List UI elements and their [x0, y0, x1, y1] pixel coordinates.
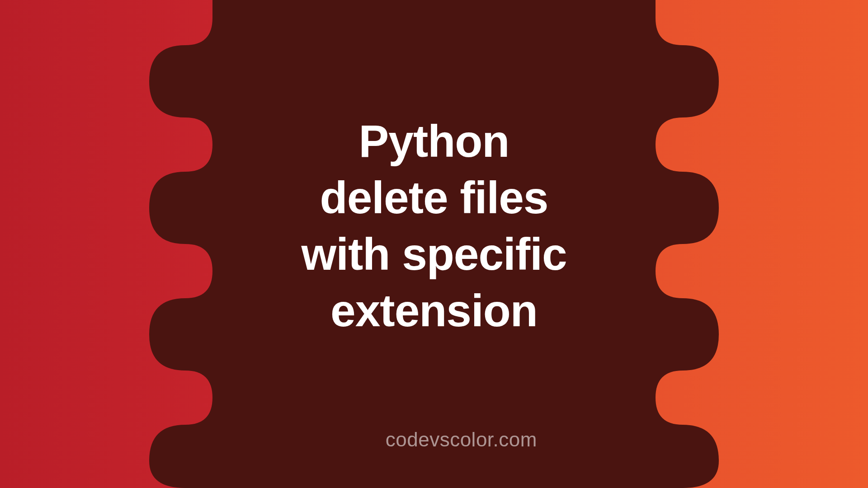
banner-container: Python delete files with specific extens…: [0, 0, 868, 488]
watermark-text: codevscolor.com: [386, 428, 537, 451]
title-line-2: delete files: [320, 172, 548, 223]
title-line-1: Python: [359, 116, 509, 166]
title-line-3: with specific: [301, 229, 566, 279]
title-line-4: extension: [330, 285, 538, 336]
title-block: Python delete files with specific extens…: [231, 113, 637, 339]
title-text: Python delete files with specific extens…: [231, 113, 637, 339]
